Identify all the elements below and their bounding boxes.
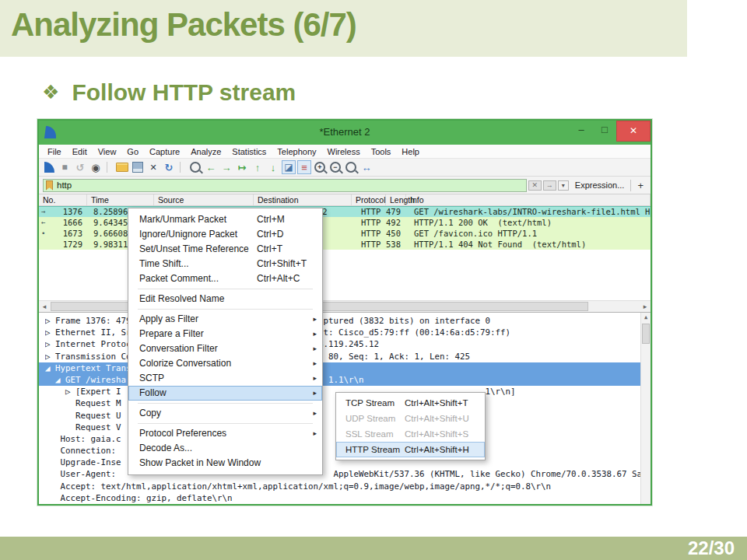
submenu-item[interactable]: SSL Stream Ctrl+Alt+Shift+S bbox=[336, 426, 485, 442]
filter-input[interactable]: http bbox=[43, 179, 527, 192]
context-menu-item[interactable] bbox=[138, 309, 313, 310]
context-menu-item[interactable]: Packet Comment... Ctrl+Alt+C bbox=[128, 271, 322, 286]
go-to-top-icon[interactable]: ↑ bbox=[251, 160, 265, 174]
context-menu-item[interactable]: Follow ▸ bbox=[128, 386, 322, 401]
zoom-100-icon[interactable] bbox=[344, 160, 358, 174]
minimize-button[interactable]: – bbox=[570, 121, 593, 140]
submenu-item[interactable]: TCP Stream Ctrl+Alt+Shift+T bbox=[336, 395, 485, 411]
toolbar-separator[interactable] bbox=[107, 162, 111, 173]
maximize-button[interactable]: □ bbox=[593, 121, 616, 140]
context-menu-item[interactable]: Prepare a Filter ▸ bbox=[128, 327, 322, 341]
context-menu-item[interactable] bbox=[138, 403, 313, 404]
context-menu-item[interactable]: Conversation Filter ▸ bbox=[128, 341, 322, 356]
packet-info: HTTP/1.1 200 OK (text/html) bbox=[406, 217, 651, 228]
go-to-bottom-icon[interactable]: ↓ bbox=[266, 160, 280, 174]
scroll-left-icon[interactable]: ◂ bbox=[39, 301, 50, 312]
zoom-in-icon[interactable]: + bbox=[313, 160, 327, 174]
column-destination[interactable]: Destination bbox=[254, 194, 352, 205]
scroll-up-icon[interactable]: ▲ bbox=[641, 313, 651, 323]
menu-item[interactable]: Analyze bbox=[185, 147, 226, 156]
go-back-icon[interactable]: ← bbox=[204, 160, 218, 174]
context-menu-item[interactable]: Mark/Unmark Packet Ctrl+M bbox=[128, 212, 322, 227]
vertical-scroll-thumb[interactable] bbox=[642, 324, 650, 344]
context-menu-item[interactable] bbox=[138, 289, 313, 289]
related-packet-icon: ← bbox=[41, 217, 45, 228]
context-menu-item-label: Set/Unset Time Reference bbox=[139, 243, 249, 254]
context-menu-item[interactable]: Colorize Conversation ▸ bbox=[128, 356, 322, 371]
menu-item[interactable]: Telephony bbox=[272, 147, 321, 156]
wireshark-fin-icon[interactable] bbox=[42, 160, 56, 174]
column-protocol[interactable]: Protocol bbox=[352, 194, 386, 205]
capture-options-icon[interactable]: ◉ bbox=[89, 160, 103, 174]
context-menu-item[interactable]: Decode As... bbox=[128, 441, 322, 456]
packet-protocol: HTTP bbox=[352, 228, 386, 239]
restart-capture-icon[interactable]: ↺ bbox=[73, 160, 87, 174]
submenu-arrow-icon: ▸ bbox=[313, 406, 317, 421]
submenu-item-label: SSL Stream bbox=[345, 429, 394, 439]
menu-item[interactable]: Capture bbox=[144, 147, 185, 156]
open-file-icon[interactable] bbox=[115, 160, 129, 174]
menu-item[interactable]: Tools bbox=[366, 147, 397, 156]
column-info[interactable]: Info bbox=[406, 194, 651, 205]
scroll-right-icon[interactable]: ▸ bbox=[640, 301, 651, 312]
context-menu-item-label: Decode As... bbox=[139, 443, 192, 453]
context-menu-item[interactable]: Set/Unset Time Reference Ctrl+T bbox=[128, 242, 322, 257]
window-titlebar[interactable]: *Ethernet 2 – □ ✕ bbox=[39, 121, 651, 145]
colorize-icon[interactable]: ≡ bbox=[297, 160, 311, 174]
column-length[interactable]: Length bbox=[386, 194, 406, 205]
reload-file-icon[interactable]: ↻ bbox=[162, 160, 176, 174]
filter-apply-icon[interactable]: → bbox=[543, 180, 556, 191]
go-to-packet-icon[interactable]: ↦ bbox=[235, 160, 249, 174]
submenu-item-shortcut: Ctrl+Alt+Shift+T bbox=[405, 395, 468, 411]
menu-item[interactable]: View bbox=[93, 147, 122, 156]
find-packet-icon[interactable] bbox=[188, 160, 202, 174]
filter-dropdown-icon[interactable]: ▾ bbox=[558, 180, 569, 191]
menu-item[interactable]: Help bbox=[396, 147, 425, 156]
context-menu-item-label: Ignore/Unignore Packet bbox=[139, 229, 237, 240]
column-no[interactable]: No. bbox=[39, 194, 87, 205]
context-menu-item[interactable]: SCTP ▸ bbox=[128, 371, 322, 386]
save-file-icon[interactable] bbox=[131, 160, 145, 174]
menu-item[interactable]: Edit bbox=[67, 147, 93, 156]
packet-no: 1376 bbox=[63, 207, 82, 216]
context-menu-item[interactable]: Time Shift... Ctrl+Shift+T bbox=[128, 257, 322, 271]
context-menu-item-shortcut: Ctrl+D bbox=[257, 227, 283, 242]
context-menu-item[interactable]: Ignore/Unignore Packet Ctrl+D bbox=[128, 227, 322, 242]
context-menu-item[interactable]: Edit Resolved Name bbox=[128, 292, 322, 306]
context-menu-item[interactable]: Protocol Preferences ▸ bbox=[128, 426, 322, 441]
context-menu-item[interactable]: Copy ▸ bbox=[128, 406, 322, 421]
close-button[interactable]: ✕ bbox=[616, 121, 651, 142]
toolbar-separator[interactable] bbox=[180, 162, 184, 173]
context-menu-item[interactable] bbox=[138, 423, 313, 424]
menu-item[interactable]: Go bbox=[121, 147, 144, 156]
submenu-item[interactable]: HTTP Stream Ctrl+Alt+Shift+H bbox=[336, 442, 485, 457]
submenu-item[interactable]: UDP Stream Ctrl+Alt+Shift+U bbox=[336, 411, 485, 426]
go-forward-icon[interactable]: → bbox=[219, 160, 233, 174]
column-time[interactable]: Time bbox=[87, 194, 154, 205]
add-filter-button[interactable]: + bbox=[630, 180, 647, 191]
menu-item[interactable]: Wireless bbox=[322, 147, 366, 156]
context-menu-item[interactable]: Show Packet in New Window bbox=[128, 456, 322, 471]
resize-columns-icon[interactable]: ↔ bbox=[359, 160, 374, 174]
expression-button[interactable]: Expression... bbox=[575, 180, 625, 190]
column-source[interactable]: Source bbox=[154, 194, 254, 205]
zoom-out-icon[interactable]: − bbox=[328, 160, 342, 174]
submenu-arrow-icon: ▸ bbox=[313, 371, 317, 386]
autoscroll-icon[interactable]: ◪ bbox=[282, 160, 296, 174]
details-line[interactable]: Accept: text/html,application/xhtml+xml,… bbox=[45, 481, 640, 492]
menu-item[interactable]: File bbox=[42, 147, 67, 156]
context-menu-item-label: Mark/Unmark Packet bbox=[139, 214, 226, 225]
context-menu-item-label: Conversation Filter bbox=[139, 343, 218, 354]
filter-bookmark-icon[interactable] bbox=[46, 180, 53, 191]
context-menu-item-label: SCTP bbox=[139, 373, 164, 383]
menu-item[interactable]: Statistics bbox=[226, 147, 272, 156]
close-file-icon[interactable]: ✕ bbox=[146, 160, 160, 174]
packet-length: 479 bbox=[386, 206, 406, 217]
submenu-item-label: HTTP Stream bbox=[345, 445, 400, 454]
vertical-scrollbar[interactable]: ▲ bbox=[640, 313, 651, 504]
filter-clear-icon[interactable]: ✕ bbox=[528, 180, 542, 191]
context-menu-item-label: Follow bbox=[139, 387, 167, 398]
details-line[interactable]: Accept-Encoding: gzip, deflate\r\n bbox=[45, 492, 640, 504]
stop-capture-icon[interactable]: ■ bbox=[58, 160, 72, 174]
context-menu-item[interactable]: Apply as Filter ▸ bbox=[128, 312, 322, 327]
